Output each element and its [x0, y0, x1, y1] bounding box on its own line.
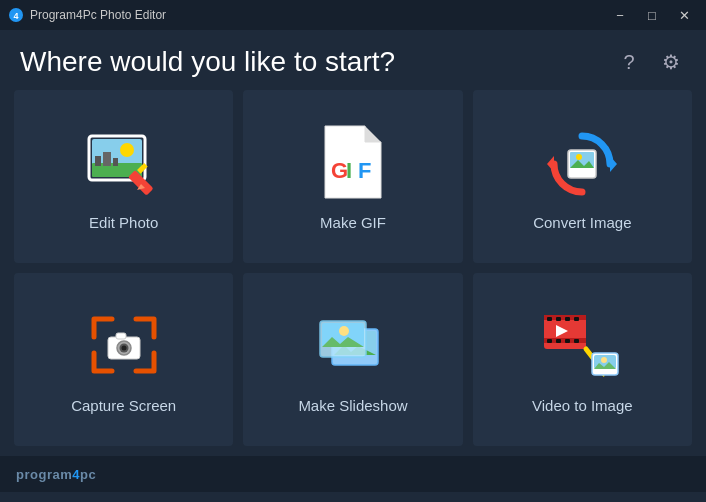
- make-slideshow-icon-area: [313, 305, 393, 385]
- convert-image-label: Convert Image: [533, 214, 631, 231]
- minimize-button[interactable]: −: [606, 5, 634, 25]
- svg-rect-6: [95, 156, 101, 166]
- svg-rect-38: [556, 317, 561, 321]
- titlebar-title: Program4Pc Photo Editor: [30, 8, 166, 22]
- svg-rect-8: [113, 158, 118, 166]
- help-button[interactable]: ?: [614, 47, 644, 77]
- svg-rect-43: [565, 339, 570, 343]
- svg-rect-41: [547, 339, 552, 343]
- svg-point-19: [576, 154, 582, 160]
- maximize-button[interactable]: □: [638, 5, 666, 25]
- app-icon: 4: [8, 7, 24, 23]
- titlebar-left: 4 Program4Pc Photo Editor: [8, 7, 166, 23]
- video-to-image-icon-area: [542, 305, 622, 385]
- make-gif-label: Make GIF: [320, 214, 386, 231]
- footer: program4pc: [0, 456, 706, 492]
- capture-screen-icon-area: [84, 305, 164, 385]
- video-to-image-tile[interactable]: Video to Image: [473, 273, 692, 446]
- titlebar-controls: − □ ✕: [606, 5, 698, 25]
- make-slideshow-label: Make Slideshow: [298, 397, 407, 414]
- convert-image-tile[interactable]: Convert Image: [473, 90, 692, 263]
- capture-screen-icon: [86, 309, 162, 381]
- convert-image-icon-area: [542, 122, 622, 202]
- svg-text:F: F: [358, 158, 371, 183]
- svg-rect-25: [116, 333, 126, 339]
- svg-marker-16: [547, 156, 554, 172]
- edit-photo-icon-area: [84, 122, 164, 202]
- svg-point-32: [339, 326, 349, 336]
- make-gif-icon-area: G I F: [313, 122, 393, 202]
- svg-rect-37: [547, 317, 552, 321]
- svg-rect-40: [574, 317, 579, 321]
- header-icons: ? ⚙: [614, 47, 686, 77]
- video-to-image-label: Video to Image: [532, 397, 633, 414]
- make-slideshow-icon: [314, 311, 392, 379]
- main-grid: Edit Photo G I F Make GIF: [0, 90, 706, 456]
- svg-rect-39: [565, 317, 570, 321]
- footer-logo: program4pc: [16, 467, 96, 482]
- capture-screen-tile[interactable]: Capture Screen: [14, 273, 233, 446]
- close-button[interactable]: ✕: [670, 5, 698, 25]
- svg-text:I: I: [346, 158, 352, 183]
- settings-button[interactable]: ⚙: [656, 47, 686, 77]
- svg-rect-44: [574, 339, 579, 343]
- make-gif-tile[interactable]: G I F Make GIF: [243, 90, 462, 263]
- edit-photo-label: Edit Photo: [89, 214, 158, 231]
- edit-photo-icon: [87, 128, 161, 196]
- capture-screen-label: Capture Screen: [71, 397, 176, 414]
- titlebar: 4 Program4Pc Photo Editor − □ ✕: [0, 0, 706, 30]
- edit-photo-tile[interactable]: Edit Photo: [14, 90, 233, 263]
- make-slideshow-tile[interactable]: Make Slideshow: [243, 273, 462, 446]
- convert-image-icon: [543, 126, 621, 198]
- svg-marker-15: [610, 156, 617, 172]
- svg-point-5: [120, 143, 134, 157]
- header: Where would you like to start? ? ⚙: [0, 30, 706, 90]
- video-to-image-icon: [542, 309, 622, 381]
- svg-text:4: 4: [13, 11, 18, 21]
- page-title: Where would you like to start?: [20, 46, 395, 78]
- svg-point-24: [121, 346, 126, 351]
- svg-point-50: [601, 357, 607, 363]
- svg-rect-42: [556, 339, 561, 343]
- make-gif-icon: G I F: [321, 124, 385, 200]
- svg-rect-7: [103, 152, 111, 166]
